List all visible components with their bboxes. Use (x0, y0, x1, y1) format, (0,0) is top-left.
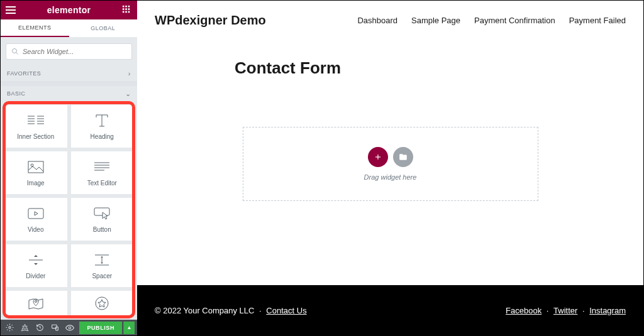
widget-spacer[interactable]: Spacer (71, 244, 134, 287)
footer-copyright: © 2022 Your Company LLC (155, 306, 254, 315)
chevron-right-icon: › (128, 70, 131, 77)
panel-tabs: ELEMENTS GLOBAL (1, 19, 137, 37)
footer-social-link[interactable]: Facebook (506, 306, 541, 315)
apps-grid-icon[interactable] (122, 5, 132, 15)
footer-social-link[interactable]: Twitter (553, 306, 577, 315)
widget-label: Spacer (92, 273, 112, 279)
preview-icon[interactable] (64, 322, 77, 334)
nav-link[interactable]: Payment Confirmation (474, 16, 555, 25)
editor-canvas: WPdexigner Demo Dashboard Sample Page Pa… (137, 1, 643, 335)
svg-point-33 (9, 327, 11, 328)
site-nav: Dashboard Sample Page Payment Confirmati… (357, 16, 626, 25)
image-icon (28, 160, 44, 175)
svg-rect-4 (125, 8, 127, 10)
footer-right: Facebook · Twitter · Instagram (506, 306, 626, 315)
section-favorites[interactable]: FAVORITES › (1, 66, 137, 81)
navigator-icon[interactable] (18, 322, 32, 334)
svg-rect-26 (94, 208, 109, 215)
search-input[interactable] (23, 48, 126, 55)
svg-line-10 (16, 53, 18, 55)
svg-rect-25 (28, 209, 43, 219)
widget-icon[interactable] (71, 291, 134, 316)
add-section-button[interactable] (368, 147, 388, 167)
svg-point-9 (13, 49, 17, 53)
svg-rect-1 (125, 6, 127, 8)
svg-point-20 (31, 164, 33, 166)
elementor-panel: elementor ELEMENTS GLOBAL FAVORITES › BA… (1, 1, 137, 335)
section-basic[interactable]: BASIC ⌄ (1, 86, 137, 101)
widget-inner-section[interactable]: Inner Section (4, 105, 67, 148)
brand-logo: elementor (47, 5, 91, 15)
nav-link[interactable]: Payment Failed (569, 16, 626, 25)
section-favorites-label: FAVORITES (7, 70, 41, 77)
svg-rect-2 (128, 6, 130, 8)
footer-social-link[interactable]: Instagram (589, 306, 626, 315)
widget-text-editor[interactable]: Text Editor (71, 151, 134, 194)
svg-rect-8 (128, 11, 130, 13)
svg-rect-3 (123, 8, 125, 10)
menu-icon[interactable] (6, 6, 16, 14)
history-icon[interactable] (33, 322, 47, 334)
search-widget-box (6, 43, 132, 60)
svg-rect-5 (128, 8, 130, 10)
panel-footer: PUBLISH ▲ (1, 320, 137, 335)
dropzone-hint: Drag widget here (364, 173, 417, 181)
widget-google-maps[interactable] (4, 291, 67, 316)
widget-button[interactable]: Button (71, 198, 134, 241)
star-badge-icon (94, 296, 109, 311)
responsive-icon[interactable] (48, 322, 62, 334)
site-footer: © 2022 Your Company LLC · Contact Us Fac… (137, 285, 643, 335)
divider-icon (28, 252, 44, 268)
site-title: WPdexigner Demo (155, 13, 266, 28)
video-icon (28, 206, 44, 221)
footer-left: © 2022 Your Company LLC · Contact Us (155, 306, 307, 315)
widget-label: Text Editor (87, 180, 117, 187)
svg-rect-0 (123, 6, 125, 8)
button-click-icon (94, 206, 110, 221)
nav-link[interactable]: Dashboard (357, 16, 397, 25)
text-lines-icon (94, 160, 110, 175)
widget-heading[interactable]: Heading (71, 105, 134, 148)
section-basic-label: BASIC (7, 90, 26, 97)
columns-icon (27, 113, 45, 128)
footer-contact-link[interactable]: Contact Us (266, 306, 306, 315)
widget-label: Image (27, 180, 45, 187)
add-template-button[interactable] (393, 147, 413, 167)
widget-divider[interactable]: Divider (4, 244, 67, 287)
widget-label: Divider (26, 273, 45, 279)
widget-image[interactable]: Image (4, 151, 67, 194)
svg-rect-6 (123, 11, 125, 13)
site-header: WPdexigner Demo Dashboard Sample Page Pa… (137, 1, 643, 40)
heading-icon (94, 113, 110, 128)
chevron-down-icon: ⌄ (125, 90, 131, 98)
spacer-icon (94, 252, 110, 268)
page-content: Contact Form Drag widget here (137, 40, 643, 285)
tab-elements[interactable]: ELEMENTS (1, 19, 69, 37)
widget-video[interactable]: Video (4, 198, 67, 241)
nav-link[interactable]: Sample Page (411, 16, 460, 25)
widget-label: Inner Section (17, 133, 54, 140)
widgets-list: Inner Section Heading Image (1, 101, 137, 320)
widget-label: Heading (91, 133, 114, 140)
widget-label: Video (28, 226, 43, 233)
svg-rect-19 (28, 161, 43, 173)
add-section-dropzone[interactable]: Drag widget here (243, 127, 538, 201)
search-icon (11, 48, 19, 55)
panel-header: elementor (1, 1, 137, 19)
settings-icon[interactable] (3, 322, 17, 334)
svg-point-31 (35, 301, 36, 303)
page-title: Contact Form (235, 58, 643, 78)
publish-button[interactable]: PUBLISH (79, 322, 122, 334)
tab-global[interactable]: GLOBAL (69, 19, 138, 37)
publish-options-button[interactable]: ▲ (123, 322, 135, 334)
widget-label: Button (93, 226, 111, 233)
svg-rect-7 (125, 11, 127, 13)
divider (1, 81, 137, 86)
map-pin-icon (28, 296, 44, 311)
svg-point-36 (69, 327, 72, 329)
